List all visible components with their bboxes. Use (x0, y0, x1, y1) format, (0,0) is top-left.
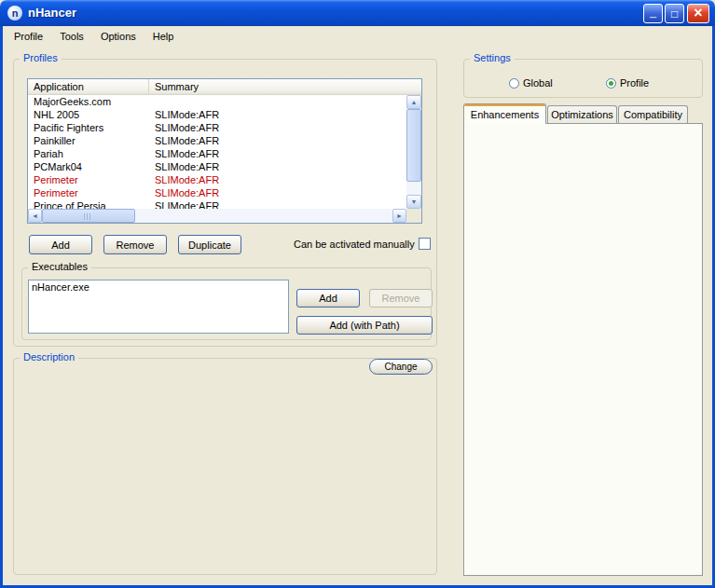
profile-duplicate-button[interactable]: Duplicate (178, 235, 241, 254)
executables-legend: Executables (28, 261, 91, 272)
profile-app: MajorGeeks.com (28, 95, 149, 108)
executable-add-button[interactable]: Add (296, 289, 360, 308)
profiles-list[interactable]: Application Summary MajorGeeks.com NHL 2… (27, 78, 422, 224)
profile-row[interactable]: NHL 2005SLIMode:AFR (28, 108, 406, 121)
global-radio[interactable] (509, 78, 519, 89)
profiles-list-header: Application Summary (28, 79, 421, 95)
executable-add-with-path-button[interactable]: Add (with Path) (296, 316, 433, 335)
executables-list[interactable]: nHancer.exe (28, 280, 289, 334)
thumb-grip (84, 213, 92, 220)
column-summary[interactable]: Summary (149, 79, 421, 94)
profile-app: NHL 2005 (28, 108, 149, 121)
executables-label: Executables (32, 261, 88, 272)
tab-compatibility[interactable]: Compatibility (618, 105, 688, 123)
menu-options[interactable]: Options (92, 28, 144, 45)
profile-row[interactable]: Prince of PersiaSLIMode:AFR (28, 199, 406, 209)
scroll-up-icon[interactable] (406, 95, 421, 109)
profile-app: Pacific Fighters (28, 121, 149, 134)
menu-help[interactable]: Help (144, 28, 183, 45)
app-icon: n (7, 6, 22, 21)
profile-add-button[interactable]: Add (29, 235, 92, 254)
settings-legend: Settings (470, 52, 515, 63)
profile-summary: SLIMode:AFR (149, 199, 406, 209)
description-change-button[interactable]: Change (369, 359, 433, 375)
menu-profile[interactable]: Profile (6, 28, 51, 45)
settings-group: Settings Global Profile (463, 59, 703, 98)
profile-app: Painkiller (28, 134, 149, 147)
minimize-button[interactable] (643, 4, 663, 23)
profile-app: Perimeter (28, 173, 149, 186)
executable-remove-button: Remove (369, 289, 433, 308)
nhancer-window: n nHancer Profile Tools Options Help Pro… (0, 0, 715, 588)
profile-app: Prince of Persia (28, 199, 149, 209)
profiles-legend: Profiles (20, 52, 62, 63)
executable-item[interactable]: nHancer.exe (32, 281, 285, 293)
profile-remove-button[interactable]: Remove (103, 235, 167, 254)
profile-row[interactable]: PerimeterSLIMode:AFR (28, 186, 406, 199)
executables-group: Executables nHancer.exe Add Remove Add (… (21, 267, 432, 340)
profile-row[interactable]: Pacific FightersSLIMode:AFR (28, 121, 406, 134)
column-application[interactable]: Application (28, 79, 149, 94)
enhancements-tab-panel (463, 123, 703, 576)
close-button[interactable] (687, 4, 709, 23)
scroll-left-icon[interactable] (28, 209, 42, 223)
menu-tools[interactable]: Tools (51, 28, 92, 45)
tab-optimizations[interactable]: Optimizations (547, 105, 617, 123)
vertical-scroll-thumb[interactable] (406, 109, 421, 182)
manual-activation-label: Can be activated manually (294, 239, 415, 250)
profile-summary: SLIMode:AFR (149, 121, 406, 134)
profile-summary: SLIMode:AFR (149, 173, 406, 186)
profile-row[interactable]: PainkillerSLIMode:AFR (28, 134, 406, 147)
menu-bar: Profile Tools Options Help (3, 26, 712, 47)
profile-radio-label[interactable]: Profile (620, 77, 649, 89)
global-radio-label[interactable]: Global (523, 77, 553, 89)
app-icon-letter: n (12, 7, 19, 19)
profile-app: PCMark04 (28, 160, 149, 173)
maximize-button[interactable] (665, 4, 684, 23)
profile-app: Perimeter (28, 186, 149, 199)
settings-label: Settings (474, 52, 511, 63)
tab-enhancements[interactable]: Enhancements (463, 103, 546, 124)
horizontal-scroll-thumb[interactable] (42, 209, 135, 223)
scroll-down-icon[interactable] (406, 195, 421, 209)
profile-summary: SLIMode:AFR (149, 134, 406, 147)
scrollbar-corner (406, 209, 421, 223)
profiles-label: Profiles (23, 52, 58, 63)
profile-row[interactable]: PerimeterSLIMode:AFR (28, 173, 406, 186)
window-title: nHancer (28, 6, 76, 20)
vertical-scrollbar[interactable] (406, 95, 421, 209)
profile-summary: SLIMode:AFR (149, 186, 406, 199)
profile-row[interactable]: MajorGeeks.com (28, 95, 406, 108)
profile-app: Pariah (28, 147, 149, 160)
description-group: Description Change (13, 358, 437, 575)
profiles-group: Profiles Application Summary MajorGeeks.… (13, 59, 437, 347)
profiles-rows: MajorGeeks.com NHL 2005SLIMode:AFR Pacif… (28, 95, 406, 209)
profile-summary: SLIMode:AFR (149, 147, 406, 160)
description-label: Description (23, 351, 75, 362)
horizontal-scrollbar[interactable] (28, 209, 406, 223)
manual-activation-checkbox[interactable] (419, 238, 431, 250)
profile-summary: SLIMode:AFR (149, 160, 406, 173)
title-bar[interactable]: n nHancer (0, 0, 715, 26)
profile-summary: SLIMode:AFR (149, 108, 406, 121)
profile-summary (149, 95, 406, 108)
profile-radio[interactable] (606, 78, 616, 89)
scroll-right-icon[interactable] (392, 209, 406, 223)
description-legend: Description (20, 351, 78, 362)
profile-row[interactable]: PCMark04SLIMode:AFR (28, 160, 406, 173)
profile-row[interactable]: PariahSLIMode:AFR (28, 147, 406, 160)
